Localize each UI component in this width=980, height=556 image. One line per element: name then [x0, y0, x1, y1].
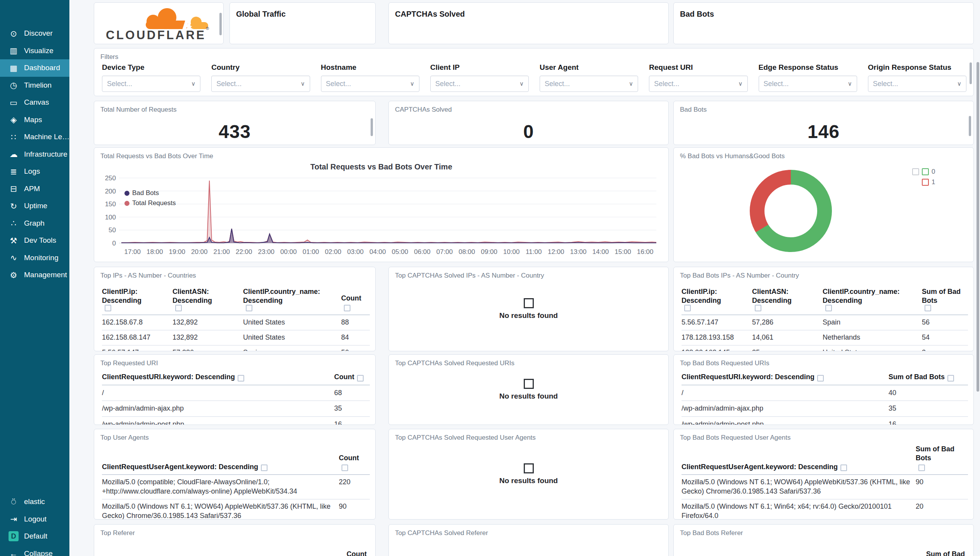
- panel-scrollbar-thumb[interactable]: [219, 13, 222, 35]
- x-axis-tick-label: 19:00: [169, 248, 185, 256]
- sidebar-item-default-space[interactable]: DDefault: [0, 528, 69, 545]
- column-header[interactable]: Sum of Bad Bots: [922, 286, 968, 315]
- filter-select-request-uri[interactable]: Select...∨: [649, 76, 747, 92]
- sidebar-item-label: Default: [24, 532, 47, 540]
- sidebar-item-collapse[interactable]: ←Collapse: [0, 545, 69, 556]
- filter-label: Hostname: [321, 63, 419, 72]
- default-space-badge: D: [8, 531, 19, 541]
- sidebar-item-infrastructure[interactable]: ☁Infrastructure: [0, 146, 69, 163]
- legend-item-total-requests[interactable]: Total Requests: [124, 198, 176, 208]
- x-axis-tick-label: 23:00: [258, 248, 274, 256]
- panel-scrollbar-thumb[interactable]: [371, 118, 373, 136]
- column-header[interactable]: Count: [347, 550, 367, 556]
- bad-ua-table: ClientRequestUserAgent.keyword: Descendi…: [682, 441, 968, 520]
- filter-select-device-type[interactable]: Select...∨: [102, 76, 200, 92]
- table-cell: Mozilla/5.0 (Windows NT 6.1; WOW64) Appl…: [102, 499, 339, 520]
- donut-legend: 01: [912, 166, 936, 187]
- sidebar-item-visualize[interactable]: ▥Visualize: [0, 42, 69, 60]
- sidebar-item-monitoring[interactable]: ∿Monitoring: [0, 249, 69, 267]
- panel-title: Top Bad Bots IPs - AS Number - Country: [680, 272, 799, 280]
- table-cell: 162.158.67.8: [102, 315, 173, 330]
- column-header[interactable]: ClientRequestUserAgent.keyword: Descendi…: [102, 441, 339, 475]
- sidebar-item-logout[interactable]: ⇥Logout: [0, 511, 69, 528]
- table-cell: 14,061: [752, 330, 823, 345]
- logs-icon: ≣: [8, 167, 19, 176]
- filters-row: Device TypeSelect...∨CountrySelect...∨Ho…: [102, 63, 966, 92]
- sidebar-item-graph[interactable]: ∴Graph: [0, 215, 69, 232]
- page-scrollbar-thumb[interactable]: [977, 62, 979, 392]
- canvas-icon: ▭: [8, 98, 19, 107]
- x-axis-tick-label: 20:00: [191, 248, 208, 256]
- filter-device-type: Device TypeSelect...∨: [102, 63, 200, 92]
- column-header[interactable]: ClientIP.ip: Descending: [682, 286, 752, 315]
- sidebar-item-label: elastic: [24, 497, 45, 506]
- filter-select-edge-response-status[interactable]: Select...∨: [759, 76, 857, 92]
- bad-ips-panel: Top Bad Bots IPs - AS Number - Country C…: [673, 267, 974, 351]
- column-label: Sum of Bad Bots: [889, 373, 945, 382]
- captchas-header-panel: CAPTCHAs Solved: [388, 2, 669, 44]
- column-header[interactable]: ClientIP.ip: Descending: [102, 286, 173, 315]
- donut-chart: [750, 170, 832, 252]
- column-header[interactable]: ClientRequestUserAgent.keyword: Descendi…: [682, 441, 916, 475]
- column-header[interactable]: ClientRequestURI.keyword: Descending: [102, 371, 334, 385]
- legend-label: 0: [932, 168, 936, 176]
- filter-select-country[interactable]: Select...∨: [211, 76, 310, 92]
- column-header[interactable]: Count: [334, 371, 370, 385]
- filter-select-client-ip[interactable]: Select...∨: [430, 76, 529, 92]
- chevron-down-icon: ∨: [738, 80, 743, 87]
- column-header[interactable]: ClientRequestURI.keyword: Descending: [682, 371, 889, 385]
- sidebar-item-uptime[interactable]: ↻Uptime: [0, 197, 69, 215]
- filter-select-origin-response-status[interactable]: Select...∨: [868, 76, 966, 92]
- table-cell: United States: [243, 330, 341, 345]
- column-header[interactable]: Count: [339, 441, 370, 475]
- sidebar-item-logs[interactable]: ≣Logs: [0, 163, 69, 180]
- sidebar-item-dev-tools[interactable]: ⚒Dev Tools: [0, 232, 69, 249]
- sidebar-item-label: Canvas: [24, 98, 49, 107]
- sidebar-item-user[interactable]: ⍥elastic: [0, 493, 69, 511]
- sidebar-item-maps[interactable]: ◈Maps: [0, 111, 69, 129]
- sidebar-item-discover[interactable]: ⊙Discover: [0, 25, 69, 42]
- line-chart-legend: Bad BotsTotal Requests: [124, 188, 176, 208]
- machine-learning-icon: ∷: [8, 133, 19, 141]
- column-header[interactable]: Sum of Bad: [926, 550, 965, 556]
- total-requests-line: [121, 181, 656, 243]
- column-label: ClientIP.country_name: Descending: [243, 287, 336, 305]
- column-header[interactable]: Sum of Bad Bots: [889, 371, 968, 385]
- column-header[interactable]: ClientIP.country_name: Descending: [823, 286, 922, 315]
- table-cell: Mozilla/5.0 (Windows NT 6.1; WOW64) Appl…: [682, 475, 916, 499]
- donut-legend-item-1[interactable]: 1: [912, 177, 936, 187]
- column-label: ClientRequestUserAgent.keyword: Descendi…: [102, 463, 258, 471]
- sidebar-item-canvas[interactable]: ▭Canvas: [0, 94, 69, 111]
- column-header[interactable]: ClientASN: Descending: [173, 286, 243, 315]
- sidebar-item-management[interactable]: ⚙Management: [0, 266, 69, 284]
- sort-checkbox-icon: [947, 375, 954, 382]
- legend-item-bad-bots[interactable]: Bad Bots: [124, 188, 176, 198]
- column-header[interactable]: Sum of Bad Bots: [916, 441, 968, 475]
- y-axis-tick-label: 150: [105, 200, 116, 208]
- column-header[interactable]: ClientASN: Descending: [752, 286, 823, 315]
- sidebar-item-apm[interactable]: ⊟APM: [0, 180, 69, 198]
- sidebar-item-label: Management: [24, 271, 67, 279]
- sidebar-item-timelion[interactable]: ◷Timelion: [0, 77, 69, 94]
- filter-select-user-agent[interactable]: Select...∨: [540, 76, 638, 92]
- sidebar-item-label: Maps: [24, 116, 42, 124]
- filter-select-hostname[interactable]: Select...∨: [321, 76, 419, 92]
- bad-bots-line: [121, 229, 656, 243]
- sidebar-item-machine-learning[interactable]: ∷Machine Le…: [0, 128, 69, 146]
- table-cell: 162.158.68.147: [102, 330, 173, 345]
- sidebar-item-dashboard[interactable]: ▦Dashboard: [0, 59, 69, 77]
- table-cell: /wp-admin/admin-ajax.php: [102, 401, 334, 417]
- filters-panel: Filters Device TypeSelect...∨CountrySele…: [94, 48, 974, 96]
- captcha-ips-panel: Top CAPTCHAs Solved IPs - AS Number - Co…: [388, 267, 669, 351]
- column-header[interactable]: Count: [341, 286, 370, 315]
- top-uri-table: ClientRequestURI.keyword: DescendingCoun…: [102, 371, 370, 425]
- column-header[interactable]: ClientIP.country_name: Descending: [243, 286, 341, 315]
- line-chart-title: Total Requests vs Bad Bots Over Time: [94, 162, 668, 171]
- sidebar-item-label: APM: [24, 185, 40, 193]
- donut-legend-item-0[interactable]: 0: [912, 166, 936, 177]
- panel-scrollbar-thumb[interactable]: [970, 62, 972, 84]
- table-cell: 132,892: [173, 315, 243, 330]
- no-results: No results found: [389, 429, 668, 519]
- panel-scrollbar-thumb[interactable]: [969, 116, 971, 136]
- donut-chart-panel: % Bad Bots vs Humans&Good Bots 01: [673, 147, 974, 262]
